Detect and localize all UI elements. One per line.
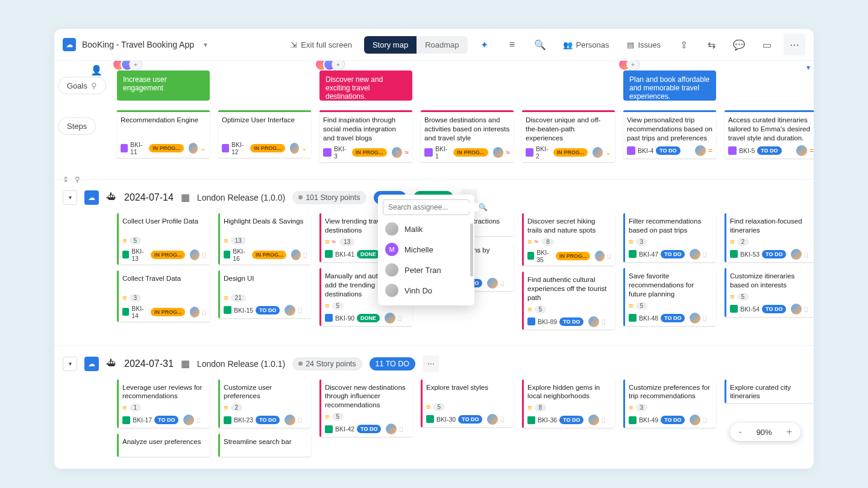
export-icon[interactable]: ⇪ xyxy=(673,34,694,55)
goal-card[interactable]: Increase user engagement xyxy=(117,70,210,101)
assignee-search[interactable]: 🔍 xyxy=(383,199,470,215)
card-icon[interactable]: ▭ xyxy=(756,34,778,55)
filter-icon[interactable]: ⚲ xyxy=(91,81,97,90)
story-card[interactable]: Discover new destinations through influe… xyxy=(319,380,412,437)
personas-button[interactable]: 👥Personas xyxy=(557,37,615,53)
chevron-down-icon[interactable]: ▼ xyxy=(203,42,209,48)
search-icon[interactable]: 🔍 xyxy=(529,34,551,55)
story-points-pill: 24 Story points xyxy=(292,357,362,371)
story-card[interactable]: Collect Travel Data ≡3 BKI-14 IN PROG...… xyxy=(117,271,210,322)
avatar[interactable] xyxy=(386,424,397,434)
avatar[interactable] xyxy=(291,249,301,260)
avatar[interactable] xyxy=(690,414,700,425)
expand-release-button[interactable]: ▾ xyxy=(63,357,77,371)
avatar[interactable] xyxy=(595,251,605,261)
priority-lines-icon: ≡ xyxy=(527,403,531,412)
step-card[interactable]: Discover unique and off-the-beaten-path … xyxy=(522,110,615,162)
share-icon[interactable]: ⇆ xyxy=(700,34,722,55)
priority-icon: ⌄ xyxy=(605,148,611,157)
avatar[interactable] xyxy=(290,143,299,154)
story-card[interactable]: Explore travel styles ≡5 BKI-30 TO DO ⌷ xyxy=(421,380,514,427)
story-card[interactable]: Customize itineraries based on interests… xyxy=(725,268,814,317)
step-card[interactable]: Optimize User Interface BKI-12 IN PROG..… xyxy=(218,110,311,158)
avatar[interactable] xyxy=(183,414,194,425)
status-badge: TO DO xyxy=(256,306,280,314)
avatar[interactable] xyxy=(285,305,295,316)
avatar[interactable] xyxy=(190,249,200,260)
story-card[interactable]: Leverage user reviews for recommendation… xyxy=(117,380,210,428)
comment-icon[interactable]: 💬 xyxy=(728,34,750,55)
step-card[interactable]: Recommendation Engine BKI-11 IN PROG... … xyxy=(117,110,210,158)
tab-story-map[interactable]: Story map xyxy=(364,36,417,54)
story-card[interactable]: Customize user preferences ≡2 BKI-23 TO … xyxy=(218,380,311,428)
release-more-button[interactable]: ⋯ xyxy=(423,355,439,372)
zoom-in-button[interactable]: + xyxy=(783,427,796,437)
goal-card[interactable]: Plan and book affordable and memorable t… xyxy=(623,70,716,101)
assignee-option[interactable]: Peter Tran xyxy=(383,260,470,280)
story-card[interactable]: Highlight Deals & Savings ≡13 BKI-16 IN … xyxy=(218,213,311,264)
step-card[interactable]: Find inspiration through social media in… xyxy=(319,110,412,162)
story-card[interactable]: Save favorite recommendations for future… xyxy=(623,268,716,326)
avatar[interactable] xyxy=(690,249,700,260)
story-title: Discover new destinations through influe… xyxy=(325,383,409,410)
avatar[interactable] xyxy=(190,307,200,318)
avatar[interactable] xyxy=(588,414,599,425)
zoom-out-button[interactable]: - xyxy=(735,427,745,437)
avatar[interactable] xyxy=(285,414,295,425)
issues-icon: ▤ xyxy=(627,40,634,49)
avatar[interactable] xyxy=(588,316,599,327)
story-card[interactable]: Explore hidden gems in local neighborhoo… xyxy=(522,380,615,428)
step-card[interactable]: View personalized trip recommendations b… xyxy=(623,110,716,158)
story-card[interactable]: Explore curated city itineraries xyxy=(725,380,814,404)
story-card[interactable]: Discover secret hiking trails and nature… xyxy=(522,213,615,266)
calendar-icon[interactable]: ▦ xyxy=(181,192,190,203)
status-badge: TO DO xyxy=(762,250,786,258)
assignee-option[interactable]: MMichelle xyxy=(383,239,470,260)
story-card[interactable]: Customize preferences for trip recommend… xyxy=(623,380,716,428)
more-icon[interactable]: ⋯ xyxy=(784,34,805,55)
avatar[interactable] xyxy=(791,304,802,314)
exit-fullscreen-button[interactable]: ⇲Exit full screen xyxy=(285,37,358,53)
assignee-option[interactable]: Malik xyxy=(383,219,470,239)
step-card[interactable]: Browse destinations and activities based… xyxy=(421,110,514,162)
avatar[interactable] xyxy=(593,147,603,158)
search-input[interactable] xyxy=(388,203,479,211)
story-card[interactable]: Filter recommendations based on past tri… xyxy=(623,213,716,262)
calendar-icon[interactable]: ▦ xyxy=(181,358,190,369)
issue-type-icon xyxy=(527,252,534,260)
story-card[interactable]: Find authentic cultural experiences off … xyxy=(522,272,615,330)
story-card[interactable]: Design UI ≡21 BKI-15 TO DO ⌷ xyxy=(218,271,311,318)
issue-key: BKI-5 xyxy=(739,147,755,154)
epic-icon xyxy=(526,148,533,157)
assignee-option[interactable]: Vinh Do xyxy=(383,280,470,301)
avatar[interactable] xyxy=(385,313,395,324)
story-card[interactable]: Collect User Profile Data ≡5 BKI-13 IN P… xyxy=(117,213,210,264)
goal-card[interactable]: Discover new and exciting travel destina… xyxy=(319,70,412,101)
story-points: 5 xyxy=(130,237,142,245)
avatar[interactable] xyxy=(695,145,706,156)
story-card[interactable]: Analyze user preferences xyxy=(117,434,210,457)
expand-release-button[interactable]: ▾ xyxy=(63,190,77,205)
avatar[interactable] xyxy=(487,414,498,425)
list-icon[interactable]: ≡ xyxy=(502,34,523,55)
avatar[interactable] xyxy=(796,145,807,156)
step-card[interactable]: Access curated itineraries tailored to E… xyxy=(725,110,814,158)
avatar[interactable] xyxy=(690,313,700,324)
collapse-icon: ⇲ xyxy=(291,40,297,49)
story-card[interactable]: Streamline search bar xyxy=(218,434,311,457)
avatar[interactable] xyxy=(487,278,498,289)
tab-roadmap[interactable]: Roadmap xyxy=(417,36,467,54)
issue-key: BKI-42 xyxy=(335,425,354,433)
scrollbar[interactable] xyxy=(470,224,473,277)
priority-icon: ≈ xyxy=(332,237,336,246)
priority-lines-icon: ≡ xyxy=(629,237,632,246)
avatar[interactable] xyxy=(392,147,403,158)
priority-lines-icon: ≡ xyxy=(629,301,632,310)
issues-button[interactable]: ▤Issues xyxy=(621,37,667,53)
avatar[interactable] xyxy=(493,147,504,158)
story-card[interactable]: Find relaxation-focused itineraries ≡2 B… xyxy=(725,213,814,262)
ai-icon[interactable]: ✦ xyxy=(474,34,495,55)
avatar[interactable] xyxy=(189,143,198,154)
avatar[interactable] xyxy=(791,249,802,260)
story-points: 1 xyxy=(130,404,142,411)
